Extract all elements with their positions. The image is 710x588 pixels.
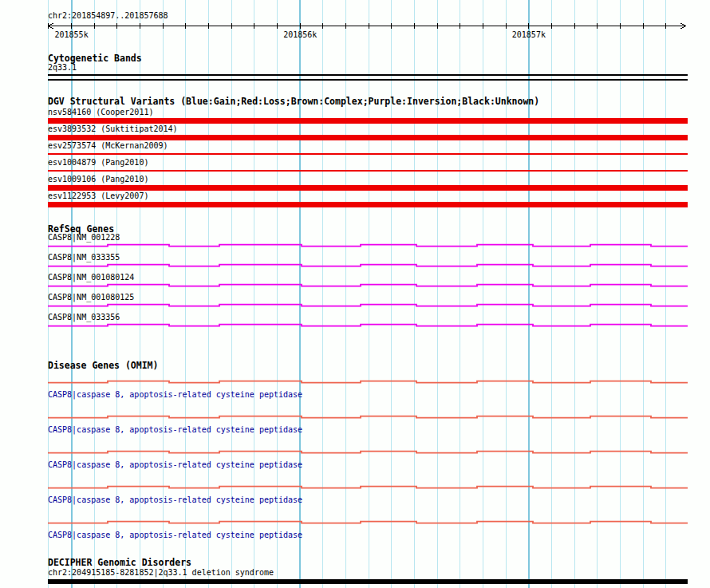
omim-gene-label[interactable]: CASP8|caspase 8, apoptosis-related cyste… (48, 531, 302, 540)
refseq-gene-glyph[interactable] (48, 262, 688, 268)
dgv-variant-glyph[interactable] (48, 118, 688, 124)
omim-gene-glyph[interactable] (48, 379, 688, 385)
refseq-gene-glyph[interactable] (48, 243, 688, 248)
track-title-decipher-disorders: DECIPHER Genomic Disorders (48, 558, 191, 568)
gridline-minor (551, 0, 552, 588)
track-title-disease-genes-omim: Disease Genes (OMIM) (48, 361, 158, 371)
gridline-minor (643, 0, 644, 588)
gridline-minor (506, 0, 507, 588)
omim-gene-label[interactable]: CASP8|caspase 8, apoptosis-related cyste… (48, 425, 302, 435)
gridline-minor (483, 0, 483, 588)
gridline-minor (574, 0, 575, 588)
dgv-variant-glyph[interactable] (48, 153, 688, 155)
cytoband-glyph (48, 74, 688, 81)
omim-gene-label[interactable]: CASP8|caspase 8, apoptosis-related cyste… (48, 460, 302, 470)
gridline-minor (322, 0, 323, 588)
decipher-disorder-glyph[interactable] (48, 579, 688, 584)
refseq-gene-glyph[interactable] (48, 282, 688, 288)
ruler-tick-label: 201855k (55, 30, 89, 40)
omim-gene-glyph[interactable] (48, 519, 688, 525)
cytoband-label: 2q33.1 (48, 63, 77, 73)
gridline-major (528, 0, 530, 588)
omim-gene-glyph[interactable] (48, 484, 688, 490)
track-title-dgv-variants: DGV Structural Variants (Blue:Gain;Red:L… (48, 97, 539, 107)
gridline-minor (391, 0, 392, 588)
genome-browser-view: chr2:201854897..201857688 201855k201856k… (0, 0, 710, 588)
dgv-variant-glyph[interactable] (48, 185, 688, 191)
gridline-minor (460, 0, 460, 588)
dgv-variant-label[interactable]: esv3893532 (Suktitipat2014) (48, 124, 178, 134)
ruler-axis-path (48, 23, 686, 29)
omim-gene-label[interactable]: CASP8|caspase 8, apoptosis-related cyste… (48, 390, 302, 400)
gridline-minor (345, 0, 346, 588)
refseq-gene-label[interactable]: CASP8|NM_001080125 (48, 293, 134, 302)
dgv-variant-glyph[interactable] (48, 135, 688, 140)
refseq-gene-glyph-path (48, 305, 688, 306)
gridline-minor (597, 0, 598, 588)
dgv-variant-glyph[interactable] (48, 170, 688, 172)
omim-gene-label[interactable]: CASP8|caspase 8, apoptosis-related cyste… (48, 495, 302, 505)
dgv-variant-label[interactable]: esv1009106 (Pang2010) (48, 175, 148, 184)
omim-gene-glyph-path (48, 381, 688, 383)
region-coordinates-label: chr2:201854897..201857688 (48, 11, 168, 21)
ruler-tick-label: 201857k (512, 30, 546, 40)
dgv-variant-glyph[interactable] (48, 202, 688, 207)
dgv-variant-label[interactable]: nsv584160 (Cooper2011) (48, 108, 153, 117)
omim-gene-glyph-path (48, 487, 688, 488)
omim-gene-glyph-path (48, 416, 688, 418)
refseq-gene-glyph-path (48, 265, 688, 266)
gridline-minor (369, 0, 369, 588)
gridline-minor (437, 0, 438, 588)
refseq-gene-label[interactable]: CASP8|NM_001228 (48, 233, 120, 243)
dgv-variant-label[interactable]: esv1122953 (Levy2007) (48, 191, 148, 201)
omim-gene-glyph[interactable] (48, 414, 688, 420)
dgv-variant-label[interactable]: esv1004879 (Pang2010) (48, 158, 148, 168)
omim-gene-glyph-path (48, 452, 688, 453)
gridline-minor (620, 0, 621, 588)
refseq-gene-glyph-path (48, 245, 688, 247)
ruler-tick-label: 201856k (283, 30, 317, 40)
gridline-minor (665, 0, 666, 588)
gridline-minor (414, 0, 415, 588)
dgv-variant-label[interactable]: esv2573574 (McKernan2009) (48, 141, 168, 151)
refseq-gene-label[interactable]: CASP8|NM_033355 (48, 253, 120, 262)
refseq-gene-label[interactable]: CASP8|NM_001080124 (48, 273, 134, 282)
omim-gene-glyph[interactable] (48, 449, 688, 455)
refseq-gene-glyph[interactable] (48, 302, 688, 308)
omim-gene-glyph-path (48, 522, 688, 523)
refseq-gene-label[interactable]: CASP8|NM_033356 (48, 313, 120, 322)
refseq-gene-glyph-path (48, 325, 688, 326)
refseq-gene-glyph[interactable] (48, 322, 688, 328)
refseq-gene-glyph-path (48, 285, 688, 286)
decipher-disorder-label[interactable]: chr2:204915185-8281852|2q33.1 deletion s… (48, 568, 274, 578)
